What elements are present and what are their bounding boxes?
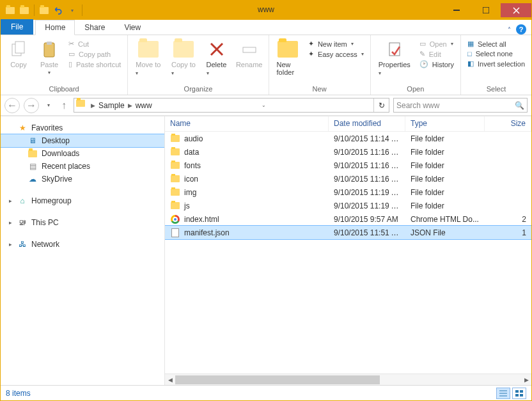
pc-icon: 🖳 — [17, 217, 27, 228]
status-bar: 8 items — [1, 385, 531, 400]
open-icon: ▭ — [419, 40, 426, 48]
minimize-ribbon-icon[interactable]: ˄ — [508, 26, 511, 33]
paste-icon — [39, 39, 59, 59]
forward-button[interactable]: → — [24, 98, 39, 113]
file-name: audio — [184, 134, 203, 143]
organize-group-label: Organize — [132, 84, 264, 95]
qat-undo-icon[interactable] — [52, 3, 64, 17]
open-button[interactable]: ▭Open▾ — [417, 39, 457, 49]
refresh-button[interactable]: ↻ — [373, 98, 389, 112]
paste-shortcut-button[interactable]: ▯Paste shortcut — [66, 59, 123, 69]
nav-skydrive[interactable]: ☁SkyDrive — [1, 173, 164, 185]
maximize-button[interactable] — [471, 3, 501, 17]
crumb-sample[interactable]: Sample — [97, 101, 127, 110]
app-icon[interactable] — [4, 3, 16, 17]
paste-shortcut-icon: ▯ — [68, 60, 72, 68]
close-button[interactable] — [501, 3, 531, 17]
col-date[interactable]: Date modified — [329, 116, 405, 131]
recent-locations-button[interactable]: ▾ — [43, 98, 54, 113]
file-row[interactable]: img9/10/2015 11:19 AMFile folder — [165, 185, 531, 199]
nav-network[interactable]: ▸🖧Network — [1, 238, 164, 251]
file-date: 9/10/2015 11:16 AM — [329, 148, 405, 157]
scroll-thumb[interactable] — [175, 375, 380, 384]
rename-button[interactable]: Rename — [234, 38, 265, 70]
file-row[interactable]: audio9/10/2015 11:14 AMFile folder — [165, 132, 531, 145]
properties-button[interactable]: Properties ▾ — [375, 38, 414, 77]
paste-button[interactable]: Paste▾ — [35, 38, 63, 77]
horizontal-scrollbar[interactable]: ◀ ▶ — [165, 373, 531, 385]
file-tab[interactable]: File — [1, 19, 33, 35]
quick-access-toolbar: ▾ — [1, 3, 84, 17]
view-tab[interactable]: View — [114, 20, 150, 35]
nav-favorites[interactable]: ★Favorites — [1, 122, 164, 134]
delete-button[interactable]: Delete ▾ — [203, 38, 231, 77]
ribbon: Copy Paste▾ ✂Cut ▭Copy path ▯Paste short… — [1, 35, 531, 95]
select-all-button[interactable]: ▦Select all — [465, 39, 528, 49]
details-view-button[interactable] — [496, 388, 510, 399]
copy-to-button[interactable]: Copy to ▾ — [168, 38, 200, 77]
select-none-button[interactable]: □Select none — [465, 49, 528, 58]
minimize-button[interactable] — [442, 3, 471, 17]
col-type[interactable]: Type — [405, 116, 485, 131]
file-row[interactable]: data9/10/2015 11:16 AMFile folder — [165, 145, 531, 159]
move-to-button[interactable]: Move to ▾ — [132, 38, 165, 77]
file-row[interactable]: index.html9/10/2015 9:57 AMChrome HTML D… — [165, 212, 531, 226]
help-icon[interactable]: ? — [516, 24, 526, 35]
scroll-left-icon[interactable]: ◀ — [165, 374, 175, 385]
file-row[interactable]: js9/10/2015 11:19 AMFile folder — [165, 199, 531, 212]
nav-this-pc[interactable]: ▸🖳This PC — [1, 216, 164, 229]
file-row[interactable]: icon9/10/2015 11:16 AMFile folder — [165, 172, 531, 185]
file-list[interactable]: audio9/10/2015 11:14 AMFile folderdata9/… — [165, 132, 531, 373]
chevron-right-icon[interactable]: ▶ — [90, 102, 97, 109]
network-icon: 🖧 — [17, 239, 27, 249]
breadcrumb[interactable]: ▶ Sample ▶ www ⌄ ↻ — [74, 98, 389, 113]
copy-button[interactable]: Copy — [4, 38, 33, 70]
edit-button[interactable]: ✎Edit — [417, 49, 457, 59]
crumb-www[interactable]: www — [134, 101, 154, 110]
clipboard-group: Copy Paste▾ ✂Cut ▭Copy path ▯Paste short… — [1, 35, 128, 95]
delete-icon — [207, 39, 227, 59]
address-bar: ← → ▾ ↑ ▶ Sample ▶ www ⌄ ↻ Search www 🔍 — [1, 95, 531, 116]
open-group: Properties ▾ ▭Open▾ ✎Edit 🕑History Open — [371, 35, 461, 95]
navigation-pane[interactable]: ★Favorites 🖥Desktop Downloads ▤Recent pl… — [1, 116, 165, 385]
easy-access-button[interactable]: ✦Easy access▾ — [306, 49, 366, 59]
address-dropdown-icon[interactable]: ⌄ — [262, 102, 266, 108]
new-item-icon: ✦ — [308, 40, 314, 48]
new-item-button[interactable]: ✦New item▾ — [306, 39, 366, 49]
file-type: Chrome HTML Do... — [405, 215, 485, 224]
nav-desktop[interactable]: 🖥Desktop — [1, 134, 164, 147]
history-icon: 🕑 — [419, 60, 428, 68]
thumbnails-view-button[interactable] — [512, 388, 526, 399]
clipboard-group-label: Clipboard — [4, 84, 123, 95]
file-type: File folder — [405, 134, 485, 143]
search-input[interactable]: Search www 🔍 — [393, 98, 528, 113]
cut-button[interactable]: ✂Cut — [66, 39, 123, 49]
rename-icon — [239, 39, 260, 59]
file-type: File folder — [405, 201, 485, 210]
qat-new-folder-icon[interactable] — [19, 3, 30, 17]
home-tab[interactable]: Home — [35, 20, 75, 35]
share-tab[interactable]: Share — [75, 20, 114, 35]
file-row[interactable]: manifest.json9/10/2015 11:51 AMJSON File… — [165, 226, 531, 239]
new-folder-button[interactable]: New folder — [273, 38, 303, 77]
qat-properties-icon[interactable] — [38, 3, 50, 17]
invert-selection-button[interactable]: ◧Invert selection — [465, 59, 528, 68]
history-button[interactable]: 🕑History — [417, 59, 457, 69]
back-button[interactable]: ← — [4, 98, 20, 113]
file-date: 9/10/2015 11:14 AM — [329, 134, 405, 143]
qat-dropdown-icon[interactable]: ▾ — [66, 3, 78, 17]
up-button[interactable]: ↑ — [58, 98, 70, 113]
file-date: 9/10/2015 11:19 AM — [329, 188, 405, 197]
nav-recent[interactable]: ▤Recent places — [1, 160, 164, 173]
file-type: JSON File — [405, 228, 485, 237]
nav-downloads[interactable]: Downloads — [1, 147, 164, 160]
scroll-right-icon[interactable]: ▶ — [521, 374, 531, 385]
nav-homegroup[interactable]: ▸⌂Homegroup — [1, 194, 164, 207]
col-size[interactable]: Size — [485, 116, 531, 131]
new-folder-icon — [278, 39, 298, 59]
col-name[interactable]: Name — [165, 116, 329, 131]
file-row[interactable]: fonts9/10/2015 11:16 AMFile folder — [165, 159, 531, 172]
copy-path-button[interactable]: ▭Copy path — [66, 49, 123, 59]
chevron-right-icon[interactable]: ▶ — [127, 102, 134, 109]
svg-rect-0 — [453, 10, 460, 11]
